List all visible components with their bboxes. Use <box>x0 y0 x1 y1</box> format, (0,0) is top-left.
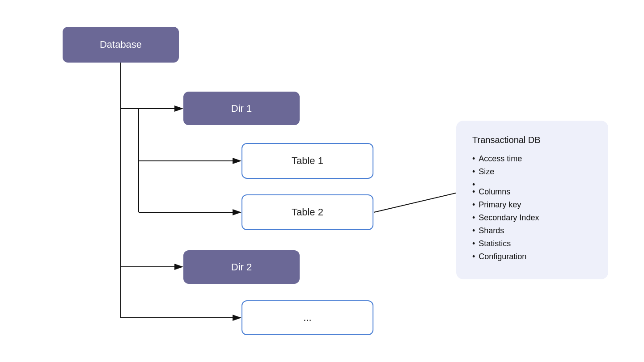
info-item-statistics: Statistics <box>472 239 592 248</box>
dir1-label: Dir 1 <box>231 103 252 114</box>
info-panel: Transactional DB Access time Size · Colu… <box>456 121 608 279</box>
ellipsis-label: ... <box>303 312 311 324</box>
info-item-primary-key: Primary key <box>472 200 592 210</box>
info-list: Access time Size · Columns Primary key S… <box>472 154 592 261</box>
info-panel-title: Transactional DB <box>472 135 592 145</box>
table2-label: Table 2 <box>292 206 323 218</box>
info-item-columns: Columns <box>472 187 592 197</box>
dir2-label: Dir 2 <box>231 261 252 273</box>
info-item-configuration: Configuration <box>472 252 592 261</box>
diagram-container: Database Dir 1 Table 1 Table 2 Dir 2 ...… <box>0 0 644 362</box>
info-item-shards: Shards <box>472 226 592 236</box>
table1-label: Table 1 <box>292 155 323 167</box>
info-item-access-time: Access time <box>472 154 592 164</box>
table1-node: Table 1 <box>242 143 373 179</box>
database-node: Database <box>63 27 179 63</box>
database-label: Database <box>100 39 142 51</box>
dir2-node: Dir 2 <box>183 250 300 284</box>
ellipsis-node: ... <box>242 300 373 335</box>
info-item-size: Size <box>472 167 592 177</box>
info-item-secondary-index: Secondary Index <box>472 213 592 223</box>
info-spacer: · <box>472 180 592 187</box>
dir1-node: Dir 1 <box>183 92 300 125</box>
table2-node: Table 2 <box>242 194 373 230</box>
